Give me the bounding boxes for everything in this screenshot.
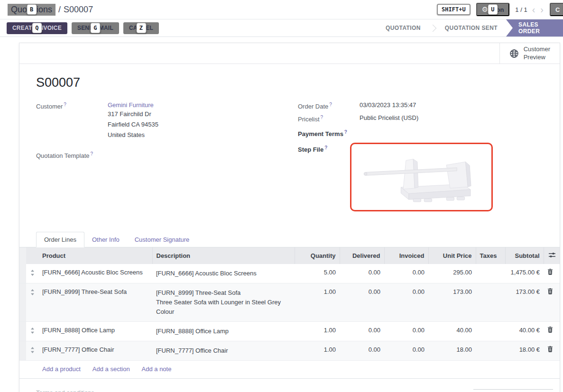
delete-line-button[interactable] (547, 327, 553, 334)
payment-terms-label: Payment Terms? (298, 129, 360, 137)
delete-line-button[interactable] (547, 269, 553, 276)
col-product[interactable]: Product (38, 247, 152, 264)
cell-delivered[interactable]: 0.00 (340, 283, 384, 321)
cell-taxes[interactable] (476, 341, 505, 360)
action-menu-button[interactable]: ⚙ A U on (476, 3, 510, 16)
order-line-row[interactable]: [FURN_6666] Acoustic Bloc Screens [FURN_… (19, 264, 560, 283)
col-delivered[interactable]: Delivered (340, 247, 384, 264)
create-invoice-button[interactable]: CREATE INVOICE Q (7, 22, 67, 34)
cell-taxes[interactable] (476, 283, 505, 321)
cell-delivered[interactable]: 0.00 (340, 341, 384, 360)
stage-quotation-sent[interactable]: QUOTATION SENT (436, 19, 506, 36)
cell-product[interactable]: [FURN_6666] Acoustic Bloc Screens (38, 264, 152, 283)
drag-handle[interactable] (26, 321, 38, 341)
cell-quantity[interactable]: 1.00 (295, 341, 340, 360)
cell-unit-price[interactable]: 18.00 (428, 341, 476, 360)
gutter-cell (19, 264, 26, 283)
drag-handle[interactable] (26, 283, 38, 321)
pricelist-value[interactable]: Public Pricelist (USD) (360, 114, 418, 123)
create-button-cutoff[interactable]: C (550, 3, 563, 16)
cell-taxes[interactable] (476, 321, 505, 341)
cell-invoiced[interactable]: 0.00 (384, 321, 428, 341)
notebook-tabs: Order Lines Other Info Customer Signatur… (19, 232, 560, 247)
payment-terms-field[interactable]: Payment Terms? (298, 129, 550, 137)
pager-previous-icon[interactable]: ‹ (532, 5, 536, 14)
add-a-note-link[interactable]: Add a note (142, 365, 172, 373)
cell-delivered[interactable]: 0.00 (340, 264, 384, 283)
cell-description[interactable]: [FURN_8999] Three-Seat Sofa Three Seater… (152, 283, 295, 321)
delete-line-button[interactable] (547, 288, 553, 296)
quotation-template-field[interactable]: Quotation Template? (36, 151, 298, 159)
cell-invoiced[interactable]: 0.00 (384, 283, 428, 321)
cell-product[interactable]: [FURN_8888] Office Lamp (38, 321, 152, 341)
col-invoiced[interactable]: Invoiced (384, 247, 428, 264)
statusbar: QUOTATION QUOTATION SENT SALES ORDER (377, 19, 563, 36)
drag-handle-icon (30, 270, 35, 276)
cell-subtotal: 18.00 € (505, 341, 544, 360)
tab-order-lines[interactable]: Order Lines (36, 232, 84, 247)
cell-quantity[interactable]: 5.00 (295, 264, 340, 283)
col-description[interactable]: Description (152, 247, 295, 264)
pager-next-icon[interactable]: › (540, 5, 544, 14)
cancel-button[interactable]: CANCEL Z (123, 22, 159, 34)
cell-invoiced[interactable]: 0.00 (384, 341, 428, 360)
drag-handle[interactable] (26, 341, 38, 360)
cell-unit-price[interactable]: 295.00 (428, 264, 476, 283)
col-subtotal[interactable]: Subtotal (505, 247, 544, 264)
cell-quantity[interactable]: 1.00 (295, 283, 340, 321)
trash-icon (547, 269, 553, 275)
delete-line-button[interactable] (547, 346, 553, 354)
cell-taxes[interactable] (476, 264, 505, 283)
cell-delete (544, 264, 560, 283)
cell-description[interactable]: [FURN_8888] Office Lamp (152, 321, 295, 341)
cell-product[interactable]: [FURN_8999] Three-Seat Sofa (38, 283, 152, 321)
order-date-label: Order Date? (298, 101, 360, 110)
pricelist-label: Pricelist? (298, 114, 360, 123)
customer-preview-button[interactable]: Customer Preview (499, 43, 560, 64)
terms-and-conditions-placeholder[interactable]: Terms and conditions... (36, 389, 100, 392)
handle-footer-cell (26, 360, 38, 378)
add-a-section-link[interactable]: Add a section (92, 365, 130, 373)
stage-quotation[interactable]: QUOTATION (377, 19, 429, 36)
optional-columns-toggle[interactable] (548, 252, 556, 260)
order-line-row[interactable]: [FURN_7777] Office Chair [FURN_7777] Off… (19, 341, 560, 360)
trash-icon (547, 288, 553, 294)
sliders-icon (548, 252, 556, 258)
add-a-product-link[interactable]: Add a product (42, 365, 81, 373)
order-date-value[interactable]: 03/03/2023 13:35:47 (360, 101, 416, 110)
gutter-cell (19, 341, 26, 360)
cell-product[interactable]: [FURN_7777] Office Chair (38, 341, 152, 360)
record-pager: 1 / 1 ‹ › (515, 5, 544, 14)
drag-handle[interactable] (26, 264, 38, 283)
tab-customer-signature[interactable]: Customer Signature (127, 232, 197, 247)
gutter-cell (19, 321, 26, 341)
cell-invoiced[interactable]: 0.00 (384, 264, 428, 283)
gutter-cell (19, 283, 26, 321)
step-file-3d-render (351, 144, 491, 210)
order-line-row[interactable]: [FURN_8888] Office Lamp [FURN_8888] Offi… (19, 321, 560, 341)
col-unit-price[interactable]: Unit Price (428, 247, 476, 264)
pager-value: 1 / 1 (515, 6, 527, 13)
cell-quantity[interactable]: 1.00 (295, 321, 340, 341)
cell-unit-price[interactable]: 40.00 (428, 321, 476, 341)
order-line-row[interactable]: [FURN_8999] Three-Seat Sofa [FURN_8999] … (19, 283, 560, 321)
hint-badge-g: G (90, 23, 100, 33)
tab-other-info[interactable]: Other Info (84, 232, 127, 247)
handle-header-cell (26, 247, 38, 264)
cell-description[interactable]: [FURN_6666] Acoustic Bloc Screens (152, 264, 295, 283)
help-icon: ? (64, 102, 66, 107)
hint-badge-z: Z (136, 23, 146, 33)
step-file-preview[interactable] (350, 143, 493, 211)
stage-sales-order-active[interactable]: SALES ORDER (506, 19, 563, 36)
cell-delivered[interactable]: 0.00 (340, 321, 384, 341)
customer-link[interactable]: Gemini Furniture (108, 101, 154, 109)
quotation-template-label: Quotation Template? (36, 151, 108, 159)
breadcrumb-quotations-link[interactable]: Quotations B (8, 4, 55, 16)
col-quantity[interactable]: Quantity (295, 247, 340, 264)
drag-handle-icon (30, 328, 35, 334)
cell-subtotal: 173.00 € (505, 283, 544, 321)
col-taxes[interactable]: Taxes (476, 247, 505, 264)
cell-description[interactable]: [FURN_7777] Office Chair (152, 341, 295, 360)
send-email-button[interactable]: SEND EMAIL G (72, 22, 119, 34)
cell-unit-price[interactable]: 173.00 (428, 283, 476, 321)
